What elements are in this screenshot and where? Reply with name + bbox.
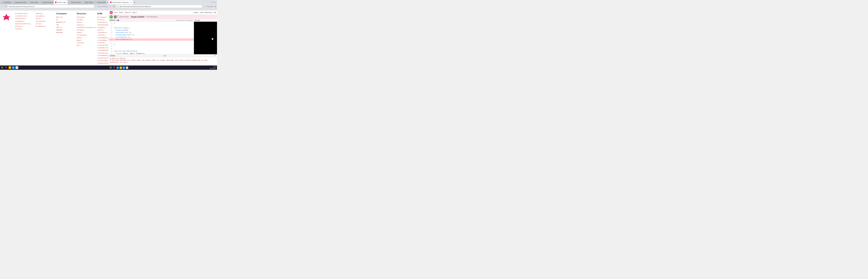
- ref-redraw[interactable]: redraw(): [77, 42, 94, 44]
- ref-push[interactable]: push(): [77, 37, 94, 39]
- editor-url-bar[interactable]: 🔒 https://editor.p5js.org/TalitaHanna/sk…: [116, 5, 203, 8]
- ref-createSpan[interactable]: createSpan(): [97, 37, 108, 39]
- ref-sphere[interactable]: sphere(): [36, 12, 53, 14]
- ref-changed[interactable]: changed(): [97, 26, 108, 29]
- reload-btn[interactable]: ↻: [5, 5, 7, 7]
- close-btn[interactable]: ✕: [214, 2, 215, 3]
- console-clear-btn[interactable]: Clear: [163, 55, 166, 57]
- file-explorer-btn[interactable]: 📁: [8, 66, 11, 69]
- ref-createDiv[interactable]: createDiv(): [97, 31, 108, 33]
- ref-createA[interactable]: createA(): [97, 42, 108, 44]
- auto-refresh-checkbox[interactable]: [118, 16, 120, 18]
- language-selector[interactable]: English: [193, 11, 198, 13]
- tab-jogos[interactable]: Jogos clássicos parte...: [11, 0, 27, 4]
- search-taskbar-btn[interactable]: 🔍: [4, 66, 8, 69]
- back-btn[interactable]: ←: [1, 5, 2, 7]
- console-expand-btn[interactable]: ▼: [214, 55, 216, 57]
- editor-tab-close[interactable]: ✕: [130, 2, 132, 3]
- editor-back-btn[interactable]: ←: [109, 5, 111, 7]
- ref-selectAll[interactable]: selectAll(): [97, 21, 108, 23]
- tab-whatsapp[interactable]: (1) WhatsApp: [0, 0, 11, 4]
- ref-pi[interactable]: PI: [56, 19, 73, 21]
- help-menu[interactable]: Help ▾: [132, 11, 136, 13]
- play-button[interactable]: [110, 15, 113, 19]
- editor-tab-main[interactable]: p5.js Web Editor | Deeply han... ✕: [109, 0, 133, 4]
- win-start-btn[interactable]: [1, 66, 3, 69]
- edge-btn-r[interactable]: e: [123, 66, 125, 69]
- new-tab-btn[interactable]: +: [107, 1, 108, 3]
- ref-createFileInput[interactable]: createFileInput(): [97, 62, 108, 64]
- ref-createCheckbox[interactable]: createCheckbox(): [97, 49, 108, 51]
- ref-remove[interactable]: remove(): [77, 24, 94, 26]
- ref-cone[interactable]: cone(): [36, 18, 53, 20]
- tab-close-ref[interactable]: ✕: [67, 2, 68, 3]
- stop-button[interactable]: [114, 16, 117, 18]
- editor-fwd-btn[interactable]: →: [112, 5, 113, 7]
- ref-createImg[interactable]: createImg(): [97, 39, 108, 41]
- ref-createInput[interactable]: createInput(): [97, 60, 108, 62]
- ref-createColorPicker[interactable]: createColorPicker(): [97, 57, 108, 59]
- ref-half-pi[interactable]: HALF_PI: [56, 16, 73, 18]
- edge-btn[interactable]: e: [12, 66, 15, 69]
- ref-removeElements[interactable]: removeElements(): [97, 24, 108, 26]
- ref-curveVertex[interactable]: curveVertex(): [15, 15, 33, 17]
- bookmark-icon[interactable]: ☆: [95, 5, 97, 7]
- editor-settings-icon[interactable]: ⚙: [215, 6, 216, 7]
- ref-p5element[interactable]: p5.Element: [97, 16, 108, 18]
- tab-flores[interactable]: Florescer Jardine...: [68, 0, 81, 4]
- editor-new-tab[interactable]: +: [134, 1, 135, 3]
- tab-reference[interactable]: reference | p5js ✕: [54, 0, 68, 4]
- ref-input[interactable]: input(): [97, 29, 108, 31]
- restore-btn[interactable]: □: [212, 2, 213, 3]
- ref-noloop[interactable]: noLoop(): [77, 29, 94, 31]
- search-btn-r[interactable]: 🔍: [113, 66, 116, 69]
- tab-funcao[interactable]: A função da raquete...: [39, 0, 54, 4]
- ref-createButton[interactable]: createButton(): [97, 47, 108, 49]
- ref-createSelect[interactable]: createSelect(): [97, 52, 108, 54]
- ref-tau[interactable]: TAU: [56, 24, 73, 26]
- ref-createSlider[interactable]: createSlider(): [97, 44, 108, 46]
- forward-btn[interactable]: →: [3, 5, 5, 7]
- editor-bookmark-icon[interactable]: ☆: [203, 5, 205, 7]
- chrome-btn-r[interactable]: [126, 66, 128, 69]
- url-bar-left[interactable]: https://p5js.org/reference/#/group-Struc…: [7, 5, 94, 8]
- ref-createP[interactable]: createP(): [97, 34, 108, 36]
- ref-isLooping[interactable]: isLooping(): [77, 34, 94, 36]
- edit-menu[interactable]: Edit ▾: [119, 11, 123, 13]
- ref-cylinder[interactable]: cylinder(): [36, 15, 53, 17]
- ref-vertex[interactable]: vertex(): [15, 25, 33, 27]
- ref-pop[interactable]: pop(): [77, 39, 94, 41]
- ref-disableFriendly[interactable]: disableFriendlyErrors: [77, 26, 94, 29]
- ref-p5fn[interactable]: p5(): [77, 44, 94, 46]
- ref-draw[interactable]: draw(): [77, 21, 94, 23]
- ref-radians[interactable]: RADIANS: [56, 31, 73, 33]
- minimize-btn[interactable]: ─: [210, 2, 211, 3]
- tab-print[interactable]: como tirar print...: [94, 0, 106, 4]
- file-menu[interactable]: File ▾: [114, 11, 118, 13]
- ref-p5geo[interactable]: p5.Geometry: [36, 25, 53, 27]
- ref-ellipsoid[interactable]: ellipsoid(): [36, 20, 53, 22]
- ref-endContour[interactable]: endContour(): [15, 18, 33, 20]
- ref-createRadio[interactable]: createRadio(): [97, 55, 108, 57]
- chrome-btn[interactable]: [16, 66, 18, 69]
- settings-gear-icon[interactable]: ⚙: [214, 11, 216, 13]
- ref-setup[interactable]: setup(): [77, 19, 94, 21]
- ref-two-pi[interactable]: TWO_PI: [56, 26, 73, 29]
- editor-reload-btn[interactable]: ↻: [114, 5, 115, 7]
- ref-select[interactable]: select(): [97, 19, 108, 21]
- tab-forum[interactable]: Fórum | Alura...: [27, 0, 39, 4]
- ref-preload[interactable]: preload(): [77, 16, 94, 18]
- ref-quadVertex[interactable]: quadraticVertex(): [15, 23, 33, 25]
- ref-degrees[interactable]: DEGREES: [56, 29, 73, 31]
- ref-loop[interactable]: loop(): [77, 31, 94, 33]
- code-area[interactable]: 19 } 20 21 function draw() { 22 backgrou…: [108, 22, 194, 54]
- ref-quarter-pi[interactable]: QUARTER_PI: [56, 21, 73, 23]
- ref-normal[interactable]: normal(): [15, 28, 33, 30]
- sketch-menu[interactable]: Sketch ▾: [125, 11, 131, 13]
- ref-bezierVertex[interactable]: bezierVertex(): [15, 12, 33, 14]
- win-start-btn-r[interactable]: [109, 66, 112, 69]
- ref-torus[interactable]: torus(): [36, 23, 53, 25]
- tab-google[interactable]: google tradutor...: [82, 0, 94, 4]
- explorer-btn-r[interactable]: 📁: [120, 66, 122, 69]
- cortana-btn-r[interactable]: C: [117, 66, 119, 69]
